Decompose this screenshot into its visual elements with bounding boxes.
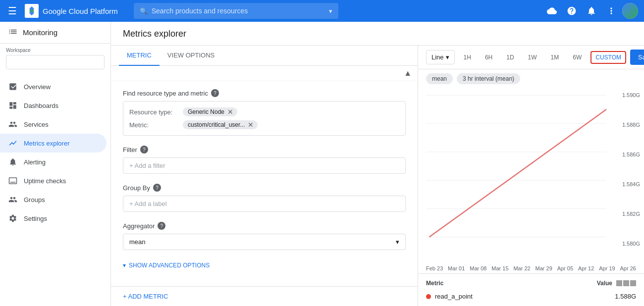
resource-type-chip[interactable]: Generic Node ✕ — [183, 107, 237, 116]
settings-label: Settings — [24, 215, 47, 222]
metric-label: Metric: — [129, 121, 179, 129]
filter-title: Filter ? — [123, 146, 406, 153]
group-by-help-icon[interactable]: ? — [153, 184, 161, 192]
time-btn-6w[interactable]: 6W — [568, 51, 587, 64]
overview-icon — [8, 82, 18, 91]
user-avatar[interactable] — [622, 3, 638, 19]
x-label-5: Mar 29 — [536, 265, 552, 271]
y-label-0: 1.590G — [622, 92, 640, 98]
workspace-section: Workspace — [0, 44, 110, 73]
content-header: Metrics explorer — [111, 22, 644, 46]
monitoring-label: Monitoring — [23, 28, 57, 37]
x-label-2: Mar 08 — [470, 265, 486, 271]
aggregator-select[interactable]: mean ▾ — [123, 234, 406, 250]
sidebar-item-metrics-explorer[interactable]: Metrics explorer — [0, 134, 107, 153]
alerting-icon — [8, 157, 18, 166]
content-area: Metrics explorer METRIC VIEW OPTIONS ▲ F… — [111, 22, 644, 306]
save-chart-button[interactable]: Save Chart — [630, 50, 644, 65]
metric-row: Metric: custom/critical_user... ✕ — [129, 118, 399, 131]
resource-type-value: Generic Node — [188, 108, 224, 115]
main-layout: Monitoring Workspace Overview Dashboards — [0, 22, 644, 306]
tab-view-options[interactable]: VIEW OPTIONS — [160, 46, 222, 66]
groups-icon — [8, 195, 18, 204]
top-nav: ☰ Google Cloud Platform 🔍 ▾ — [0, 0, 644, 22]
time-btn-1d[interactable]: 1D — [501, 51, 519, 64]
y-label-4: 1.582G — [622, 211, 640, 217]
sidebar-item-dashboards[interactable]: Dashboards — [0, 96, 107, 115]
value-col-header: Value — [597, 280, 612, 287]
table-row: read_a_point 1.588G — [426, 291, 636, 302]
y-axis-labels: 1.590G 1.588G 1.586G 1.584G 1.582G 1.580… — [618, 88, 644, 251]
table-view-icons[interactable] — [616, 280, 636, 286]
resource-type-remove-icon[interactable]: ✕ — [227, 108, 233, 115]
search-input[interactable] — [152, 7, 325, 15]
time-btn-custom[interactable]: CUSTOM — [590, 51, 626, 64]
filter-chip-interval[interactable]: 3 hr interval (mean) — [457, 73, 520, 84]
sidebar: Monitoring Workspace Overview Dashboards — [0, 22, 111, 306]
search-bar[interactable]: 🔍 ▾ — [134, 3, 338, 19]
uptime-label: Uptime checks — [24, 177, 66, 185]
x-label-4: Mar 22 — [513, 265, 530, 271]
split-panels: METRIC VIEW OPTIONS ▲ Find resource type… — [111, 46, 644, 306]
resource-type-row: Resource type: Generic Node ✕ — [129, 105, 399, 118]
menu-icon[interactable]: ☰ — [6, 3, 19, 19]
tab-metric[interactable]: METRIC — [119, 46, 160, 66]
services-icon — [8, 120, 18, 129]
metric-form: Find resource type and metric ? Resource… — [111, 81, 418, 279]
y-label-3: 1.584G — [622, 181, 640, 187]
sidebar-item-overview[interactable]: Overview — [0, 77, 107, 96]
show-advanced-btn[interactable]: ▾ SHOW ADVANCED OPTIONS — [123, 260, 406, 271]
sidebar-item-settings[interactable]: Settings — [0, 209, 107, 228]
metrics-label: Metrics explorer — [24, 140, 69, 147]
table-view-icon-1[interactable] — [616, 280, 622, 286]
chart-type-select[interactable]: Line ▾ — [426, 50, 455, 64]
metric-name: read_a_point — [435, 293, 611, 300]
x-label-6: Apr 05 — [557, 265, 573, 271]
metric-value-display: 1.588G — [615, 293, 636, 300]
x-label-3: Mar 15 — [491, 265, 508, 271]
resource-type-label: Resource type: — [129, 108, 179, 116]
metric-value: custom/critical_user... — [188, 121, 245, 128]
filter-input[interactable]: + Add a filter — [123, 157, 406, 174]
sidebar-item-services[interactable]: Services — [0, 115, 107, 134]
dashboards-icon — [8, 101, 18, 110]
workspace-input[interactable] — [6, 55, 105, 69]
aggregator-section: Aggregator ? mean ▾ — [123, 222, 406, 250]
notifications-icon-btn[interactable] — [583, 2, 600, 20]
more-options-icon-btn[interactable] — [602, 2, 620, 20]
metric-chip[interactable]: custom/critical_user... ✕ — [183, 120, 258, 129]
metrics-icon — [8, 139, 18, 148]
add-metric-btn[interactable]: + ADD METRIC — [111, 286, 418, 306]
x-label-9: Apr 26 — [620, 265, 636, 271]
filter-chip-mean[interactable]: mean — [426, 73, 453, 84]
left-panel: METRIC VIEW OPTIONS ▲ Find resource type… — [111, 46, 418, 306]
aggregator-help-icon[interactable]: ? — [158, 222, 165, 230]
find-resource-help-icon[interactable]: ? — [211, 89, 219, 97]
group-by-title: Group By ? — [123, 184, 406, 192]
sidebar-item-alerting[interactable]: Alerting — [0, 153, 107, 171]
collapse-btn[interactable]: ▲ — [404, 69, 412, 78]
app-title: Google Cloud Platform — [43, 7, 118, 15]
group-by-section: Group By ? + Add a label — [123, 184, 406, 212]
metric-col-header: Metric — [426, 280, 443, 287]
table-view-icon-2[interactable] — [623, 280, 629, 286]
sidebar-item-groups[interactable]: Groups — [0, 190, 107, 209]
metric-dot — [426, 294, 431, 299]
filter-help-icon[interactable]: ? — [140, 146, 148, 153]
search-dropdown-icon[interactable]: ▾ — [329, 7, 332, 15]
group-by-input[interactable]: + Add a label — [123, 196, 406, 212]
groups-label: Groups — [24, 196, 45, 204]
find-resource-title: Find resource type and metric ? — [123, 89, 406, 97]
cloud-icon-btn[interactable] — [543, 2, 561, 20]
table-view-icon-3[interactable] — [630, 280, 636, 286]
time-btn-1h[interactable]: 1H — [459, 51, 476, 64]
time-btn-1m[interactable]: 1M — [546, 51, 564, 64]
help-icon-btn[interactable] — [563, 2, 581, 20]
page-title: Metrics explorer — [123, 29, 632, 39]
chart-table: Metric Value read_a_point — [418, 273, 644, 306]
time-btn-1w[interactable]: 1W — [523, 51, 542, 64]
sidebar-item-uptime-checks[interactable]: Uptime checks — [0, 171, 107, 190]
time-btn-6h[interactable]: 6H — [480, 51, 497, 64]
x-label-8: Apr 19 — [599, 265, 615, 271]
metric-remove-icon[interactable]: ✕ — [248, 121, 254, 128]
